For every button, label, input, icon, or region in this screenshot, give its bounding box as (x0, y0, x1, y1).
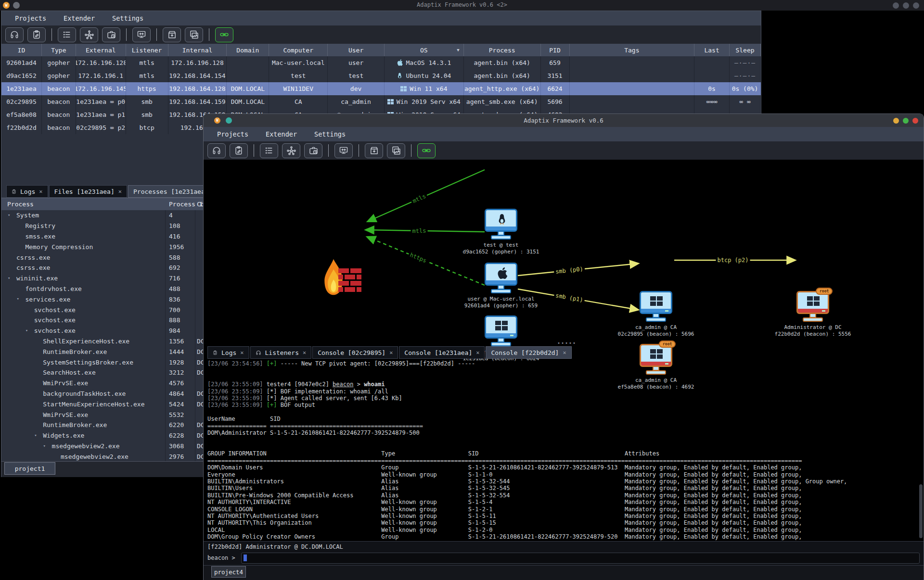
column-header-sleep[interactable]: Sleep (730, 44, 761, 56)
expander-icon[interactable]: ▾ (16, 296, 19, 301)
column-header-tags[interactable]: Tags (570, 44, 695, 56)
agent-row-02c29895[interactable]: 02c29895beacon1e231aea ∞ p0smb192.168.16… (1, 95, 761, 108)
cell: 1e231aea (1, 82, 42, 95)
cell: dev (328, 82, 385, 95)
headphones-icon (211, 146, 222, 155)
column-header-internal[interactable]: Internal (168, 44, 227, 56)
node-label-line1: test @ test (429, 242, 573, 248)
menu-item-projects[interactable]: Projects (15, 14, 46, 22)
link-button[interactable] (417, 143, 436, 158)
process-name: Memory Compression (25, 243, 93, 251)
column-header-last[interactable]: Last (694, 44, 730, 56)
console-tab-logs[interactable]: Logs✕ (207, 346, 249, 359)
column-header-domain[interactable]: Domain (227, 44, 269, 56)
console-tab-console-02c29895-[interactable]: Console [02c29895]✕ (312, 346, 398, 359)
close-icon[interactable]: ✕ (476, 349, 479, 356)
column-header-os[interactable]: OS▼ (385, 44, 464, 56)
expander-icon[interactable]: ▾ (8, 276, 10, 280)
expander-icon[interactable]: ▾ (8, 213, 10, 217)
bg-tab-files-1e231aea-[interactable]: Files [1e231aea]✕ (49, 185, 127, 198)
column-header-listener[interactable]: Listener (126, 44, 168, 56)
process-id: 888 (169, 316, 180, 324)
close-icon[interactable]: ✕ (118, 188, 122, 195)
window-button-1[interactable] (893, 2, 899, 9)
column-header-type[interactable]: Type (42, 44, 76, 56)
headphones-button[interactable] (207, 143, 226, 158)
cell (694, 69, 730, 82)
toolbar-separator (411, 144, 411, 157)
console-scrollbar[interactable] (919, 484, 923, 538)
project-tab[interactable]: project4 (211, 566, 246, 578)
box-download-button[interactable] (365, 143, 383, 158)
menu-item-extender[interactable]: Extender (64, 14, 95, 22)
box-download-button[interactable] (163, 27, 181, 42)
toolbar-separator (209, 28, 209, 41)
column-header-computer[interactable]: Computer (269, 44, 328, 56)
menu-item-settings[interactable]: Settings (314, 130, 346, 138)
cell: 172.16.196.1 (76, 69, 126, 82)
process-id: 4 (169, 212, 173, 219)
toolbar-separator (126, 28, 127, 41)
briefcase-clock-button[interactable] (304, 143, 322, 158)
whoami-group-row: BUILTIN\Pre-Windows 2000 Compatible Acce… (207, 492, 919, 499)
column-header-process[interactable]: Process (464, 44, 541, 56)
column-header-process[interactable]: Process (7, 201, 34, 208)
column-header-user[interactable]: User (328, 44, 385, 56)
cell: agent.bin (x64) (464, 69, 541, 82)
agent-row-d9ac1652[interactable]: d9ac1652gopher172.16.196.1mtls192.168.16… (1, 69, 761, 82)
tab-label: Logs (20, 188, 35, 195)
console-tab-listeners[interactable]: Listeners✕ (250, 346, 312, 359)
screenshots-button[interactable] (387, 143, 405, 158)
briefcase-clock-button[interactable] (102, 27, 120, 42)
cell: agent.bin (x64) (464, 56, 541, 69)
link-icon (421, 146, 432, 155)
headphones-button[interactable] (5, 27, 24, 42)
link-button[interactable] (215, 27, 233, 42)
close-icon[interactable]: ✕ (39, 188, 42, 195)
column-header-pid[interactable]: PID (541, 44, 570, 56)
whoami-group-row: NT AUTHORITY\This Organization Well-know… (207, 519, 919, 526)
close-icon[interactable]: ✕ (389, 349, 393, 356)
cell: ca_admin (328, 95, 385, 108)
column-header-id[interactable]: ID (1, 44, 42, 56)
bg-tab-logs[interactable]: Logs✕ (6, 185, 48, 198)
clipboard-button[interactable] (27, 27, 46, 42)
monitor-share-button[interactable] (334, 143, 353, 158)
console-tab-console-1e231aea-[interactable]: Console [1e231aea]✕ (399, 346, 485, 359)
os-filter-caret-icon[interactable]: ▼ (457, 48, 459, 52)
maximize-button[interactable] (903, 118, 909, 124)
expander-icon[interactable]: ▾ (34, 433, 37, 438)
menu-item-settings[interactable]: Settings (112, 14, 143, 22)
project-tab[interactable]: project1 (4, 462, 55, 475)
expander-icon[interactable]: ▾ (43, 443, 46, 448)
command-input[interactable] (241, 553, 920, 564)
expander-icon[interactable]: ▾ (26, 328, 28, 333)
list-button[interactable] (260, 143, 278, 158)
cell: 02c29895 ∞ p2 (76, 121, 126, 134)
agent-status-bar: [f22b0d2d] Administrator @ DC.DOM.LOCAL (204, 541, 924, 552)
session-graph[interactable]: test @ testd9ac1652 (gopher) : 3151user … (204, 160, 924, 343)
nodes-button[interactable] (80, 27, 98, 42)
clipboard-button[interactable] (230, 143, 248, 158)
splitter-handle[interactable]: ••••• (557, 340, 577, 346)
menu-item-projects[interactable]: Projects (217, 130, 248, 138)
minimize-button[interactable] (893, 118, 899, 124)
nodes-button[interactable] (282, 143, 300, 158)
list-button[interactable] (58, 27, 76, 42)
close-icon[interactable]: ✕ (240, 349, 244, 356)
cell: test (328, 69, 385, 82)
close-icon[interactable]: ✕ (563, 349, 566, 356)
window-button-2[interactable] (903, 2, 909, 9)
close-button[interactable] (912, 118, 918, 124)
cell: d9ac1652 (1, 69, 42, 82)
console-tab-console-f22b0d2d-[interactable]: Console [f22b0d2d]✕ (486, 346, 571, 359)
agent-row-1e231aea[interactable]: 1e231aeabeacon172.16.196.145https192.168… (1, 82, 761, 95)
column-header-external[interactable]: External (76, 44, 126, 56)
monitor-share-button[interactable] (132, 27, 151, 42)
screenshots-button[interactable] (185, 27, 203, 42)
close-icon[interactable]: ✕ (303, 349, 306, 356)
agent-row-92601ad4[interactable]: 92601ad4gopher172.16.196.128mtls172.16.1… (1, 56, 761, 69)
cell: beacon (42, 108, 76, 121)
window-button-3[interactable] (913, 2, 919, 9)
menu-item-extender[interactable]: Extender (266, 130, 297, 138)
